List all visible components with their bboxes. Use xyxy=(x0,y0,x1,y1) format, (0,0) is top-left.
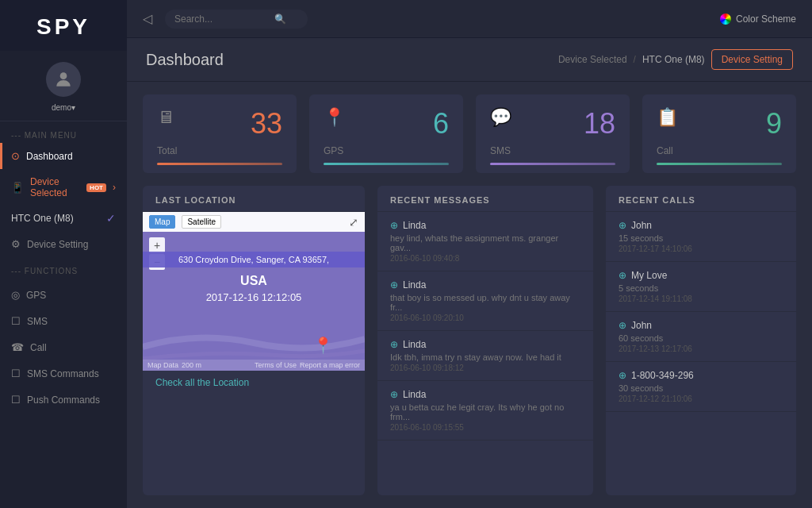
contact-icon: ⊕ xyxy=(390,279,398,291)
total-value: 33 xyxy=(251,107,282,140)
contact-icon: ⊕ xyxy=(619,370,626,381)
message-sender-name: Linda xyxy=(403,220,426,231)
list-item[interactable]: ⊕ 1-800-349-296 30 seconds 2017-12-12 21… xyxy=(606,362,796,412)
map-btn-satellite[interactable]: Satellite xyxy=(182,215,221,229)
message-time: 2016-06-10 09:15:55 xyxy=(390,423,580,432)
content-area: LAST LOCATION Map Satellite ⤢ + − 630 Cr… xyxy=(127,186,812,508)
list-item[interactable]: ⊕ John 60 seconds 2017-12-13 12:17:06 xyxy=(606,312,796,362)
call-time: 2017-12-14 19:11:08 xyxy=(619,294,783,303)
chevron-icon: › xyxy=(113,182,116,193)
contact-icon: ⊕ xyxy=(619,220,626,231)
call-time: 2017-12-13 12:17:06 xyxy=(619,344,783,353)
sidebar-item-push-commands[interactable]: ☐ Push Commands xyxy=(0,387,127,413)
map-data-label: Map Data xyxy=(147,361,178,369)
map-pin-icon: 📍 xyxy=(313,336,333,355)
monitor-icon: 🖥 xyxy=(157,107,174,128)
sms-label: SMS xyxy=(490,145,615,156)
back-icon[interactable]: ◁ xyxy=(143,11,152,26)
map-card: LAST LOCATION Map Satellite ⤢ + − 630 Cr… xyxy=(143,186,365,495)
page-title: Dashboard xyxy=(146,51,224,69)
call-duration: 5 seconds xyxy=(619,283,783,293)
map-address: 630 Croydon Drive, Sanger, CA 93657, xyxy=(143,252,365,267)
calls-card: RECENT CALLS ⊕ John 15 seconds 2017-12-1… xyxy=(606,186,796,495)
search-input[interactable] xyxy=(174,13,270,25)
checkmark-icon: ✓ xyxy=(106,212,116,225)
topbar: ◁ 🔍 Color Scheme xyxy=(127,0,812,38)
gps-bar xyxy=(324,163,449,165)
sidebar-item-label: Push Commands xyxy=(27,394,100,406)
messages-card-header: RECENT MESSAGES xyxy=(377,186,593,212)
call-stat-icon: 📋 xyxy=(657,107,678,128)
message-sender-name: Linda xyxy=(403,339,426,350)
total-label: Total xyxy=(157,145,282,156)
gps-icon: ◎ xyxy=(11,289,20,301)
stats-row: 🖥 33 Total 📍 6 GPS 💬 18 SMS 📋 xyxy=(127,82,812,186)
list-item[interactable]: ⊕ Linda hey lind, whats the assignment m… xyxy=(377,212,593,271)
sms-icon: ☐ xyxy=(11,315,21,327)
push-cmd-icon: ☐ xyxy=(11,394,21,406)
list-item[interactable]: ⊕ Linda ya u betta cuz he legit cray. It… xyxy=(377,381,593,441)
message-time: 2016-06-10 09:20:10 xyxy=(390,314,580,322)
map-terms: Terms of Use xyxy=(255,361,297,369)
contact-icon: ⊕ xyxy=(619,270,626,281)
check-location-link[interactable]: Check all the Location xyxy=(143,371,365,394)
device-setting-button[interactable]: Device Setting xyxy=(711,49,793,70)
sidebar-item-label: SMS xyxy=(27,316,48,327)
sidebar: SPY demo▾ --- MAIN MENU ⊙ Dashboard 📱 De… xyxy=(0,0,127,508)
call-name-text: 1-800-349-296 xyxy=(631,370,694,381)
map-overlay: 630 Croydon Drive, Sanger, CA 93657, USA… xyxy=(143,252,365,303)
list-item[interactable]: ⊕ Linda that boy is so messed up. why dn… xyxy=(377,271,593,331)
contact-icon: ⊕ xyxy=(390,339,398,350)
message-text: Idk tbh, imma try n stay away now. Ive h… xyxy=(390,352,580,362)
message-time: 2016-06-10 09:40:8 xyxy=(390,254,580,263)
functions-label: --- FUNCTIONS xyxy=(0,257,127,279)
page-header: Dashboard Device Selected / HTC One (M8)… xyxy=(127,38,812,82)
sidebar-item-sms-commands[interactable]: ☐ SMS Commands xyxy=(0,360,127,387)
stat-card-sms: 💬 18 SMS xyxy=(476,94,630,173)
map-report: Report a map error xyxy=(300,361,360,369)
list-item[interactable]: ⊕ My Love 5 seconds 2017-12-14 19:11:08 xyxy=(606,262,796,312)
contact-icon: ⊕ xyxy=(390,389,398,400)
hot-badge: HOT xyxy=(86,183,106,192)
sidebar-item-label: Call xyxy=(30,342,47,353)
message-text: hey lind, whats the assignment ms. grang… xyxy=(390,233,580,252)
call-label: Call xyxy=(657,145,782,156)
call-duration: 15 seconds xyxy=(619,233,783,243)
list-item[interactable]: ⊕ John 15 seconds 2017-12-17 14:10:06 xyxy=(606,212,796,262)
map-card-header: LAST LOCATION xyxy=(143,186,365,212)
gps-value: 6 xyxy=(433,107,449,140)
sidebar-item-label: GPS xyxy=(26,290,46,301)
message-text: that boy is so messed up. why dnt u stay… xyxy=(390,293,580,312)
contact-icon: ⊕ xyxy=(390,220,398,231)
user-name[interactable]: demo▾ xyxy=(52,102,75,113)
sidebar-item-label: Device Setting xyxy=(27,239,88,250)
map-btn-map[interactable]: Map xyxy=(149,215,175,229)
map-scale: 200 m xyxy=(182,361,201,369)
sms-stat-icon: 💬 xyxy=(490,107,511,128)
stat-card-total: 🖥 33 Total xyxy=(143,94,297,173)
call-time: 2017-12-17 14:10:06 xyxy=(619,244,783,253)
call-bar xyxy=(657,163,782,165)
gps-stat-icon: 📍 xyxy=(324,107,345,128)
sidebar-item-device-setting[interactable]: ⚙ Device Setting xyxy=(0,231,127,257)
sidebar-item-label: SMS Commands xyxy=(27,368,99,379)
zoom-in-button[interactable]: + xyxy=(149,237,165,253)
sidebar-item-dashboard[interactable]: ⊙ Dashboard xyxy=(0,143,127,169)
gear-icon: ⚙ xyxy=(11,238,21,250)
map-expand-icon[interactable]: ⤢ xyxy=(349,216,358,229)
svg-point-0 xyxy=(60,72,67,79)
sidebar-item-label: Device Selected xyxy=(30,176,80,198)
map-datetime: 2017-12-16 12:12:05 xyxy=(143,291,365,303)
sidebar-item-sms[interactable]: ☐ SMS xyxy=(0,308,127,334)
sidebar-item-gps[interactable]: ◎ GPS xyxy=(0,282,127,308)
messages-card: RECENT MESSAGES ⊕ Linda hey lind, whats … xyxy=(377,186,593,495)
sidebar-functions: ◎ GPS ☐ SMS ☎ Call ☐ SMS Commands ☐ Push… xyxy=(0,282,127,413)
dashboard-icon: ⊙ xyxy=(11,150,20,162)
sidebar-device-name[interactable]: HTC One (M8) ✓ xyxy=(0,206,127,231)
gps-label: GPS xyxy=(324,145,449,156)
sidebar-item-call[interactable]: ☎ Call xyxy=(0,334,127,360)
color-scheme-toggle[interactable]: Color Scheme xyxy=(720,13,796,25)
call-duration: 30 seconds xyxy=(619,383,783,393)
list-item[interactable]: ⊕ Linda Idk tbh, imma try n stay away no… xyxy=(377,331,593,381)
sidebar-item-device-selected[interactable]: 📱 Device Selected HOT › xyxy=(0,169,127,206)
